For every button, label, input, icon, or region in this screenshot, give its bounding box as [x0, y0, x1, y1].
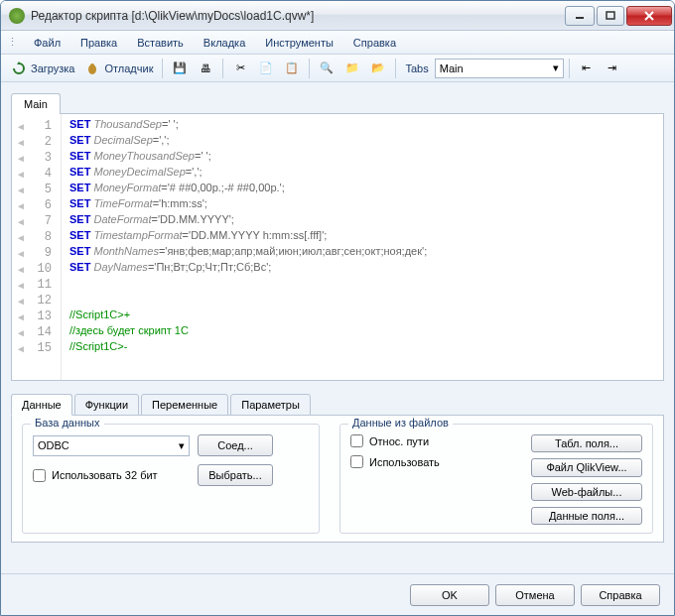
save-button[interactable]: 💾 — [168, 58, 192, 79]
toolbar: Загрузка Отладчик 💾 🖶 ✂ 📄 📋 🔍 📁 📂 Tabs M… — [1, 55, 674, 82]
copy-button[interactable]: 📄 — [254, 58, 278, 79]
data-fields-button[interactable]: Данные поля... — [531, 507, 642, 525]
menu-edit[interactable]: Правка — [72, 33, 125, 53]
print-button[interactable]: 🖶 — [194, 58, 217, 79]
tabs-label: Tabs — [405, 62, 428, 74]
ok-button[interactable]: OK — [410, 584, 489, 606]
svg-rect-1 — [607, 12, 614, 19]
menu-insert[interactable]: Вставить — [129, 33, 192, 53]
code-area[interactable]: SET ThousandSep=' ';SET DecimalSep=',';S… — [62, 114, 663, 380]
tab-functions[interactable]: Функции — [74, 394, 139, 416]
debugger-button[interactable]: Отладчик — [80, 58, 157, 79]
footer: OK Отмена Справка — [1, 573, 674, 615]
cut-icon: ✂ — [232, 61, 248, 76]
tab-parameters[interactable]: Параметры — [230, 394, 311, 416]
cut-button[interactable]: ✂ — [228, 58, 252, 79]
load-button[interactable]: Загрузка — [7, 58, 78, 79]
script-editor-window: Редактор скрипта [d:\QlikView\myDocs\loa… — [0, 0, 675, 616]
tabs-dropdown[interactable]: Main ▾ — [435, 59, 564, 78]
code-editor[interactable]: ◄1◄2◄3◄4◄5◄6◄7◄8◄9◄10◄11◄12◄13◄14◄15 SET… — [11, 113, 664, 381]
chevron-down-icon: ▾ — [179, 439, 185, 452]
menu-tab[interactable]: Вкладка — [196, 33, 253, 53]
editor-tab-main[interactable]: Main — [11, 93, 61, 114]
open-button[interactable]: 📁 — [340, 58, 364, 79]
menu-tools[interactable]: Инструменты — [257, 33, 341, 53]
menu-gripper[interactable]: ⋮ — [7, 36, 18, 49]
connect-button[interactable]: Соед... — [198, 434, 273, 456]
search-button[interactable]: 🔍 — [315, 58, 338, 79]
minimize-button[interactable] — [565, 6, 595, 26]
tab-move-right-button[interactable]: ⇥ — [601, 58, 624, 79]
paste-icon: 📋 — [284, 61, 300, 76]
bug-icon — [84, 61, 100, 76]
menu-help[interactable]: Справка — [345, 33, 404, 53]
use-32bit-checkbox[interactable]: Использовать 32 бит — [33, 469, 190, 482]
search-icon: 🔍 — [319, 61, 335, 76]
print-icon: 🖶 — [198, 61, 213, 76]
app-icon — [9, 8, 25, 24]
web-files-button[interactable]: Web-файлы... — [531, 483, 642, 501]
copy-icon: 📄 — [258, 61, 274, 76]
titlebar[interactable]: Редактор скрипта [d:\QlikView\myDocs\loa… — [1, 1, 674, 31]
paste-button[interactable]: 📋 — [280, 58, 304, 79]
menubar: ⋮ Файл Правка Вставить Вкладка Инструмен… — [1, 31, 674, 55]
use-checkbox[interactable]: Использовать — [350, 455, 519, 468]
qlikview-file-button[interactable]: Файл QlikView... — [531, 458, 642, 476]
tab-right-icon: ⇥ — [605, 61, 620, 76]
table-fields-button[interactable]: Табл. поля... — [531, 434, 642, 452]
menu-file[interactable]: Файл — [26, 33, 68, 53]
select-button[interactable]: Выбрать... — [198, 464, 273, 486]
file-legend: Данные из файлов — [348, 417, 453, 429]
tab-data[interactable]: Данные — [11, 394, 72, 416]
help-button[interactable]: Справка — [581, 584, 660, 606]
cancel-button[interactable]: Отмена — [495, 584, 575, 606]
editor-gutter: ◄1◄2◄3◄4◄5◄6◄7◄8◄9◄10◄11◄12◄13◄14◄15 — [12, 114, 62, 380]
reload-icon — [11, 61, 27, 76]
relative-paths-checkbox[interactable]: Относ. пути — [350, 434, 519, 447]
tab-move-left-button[interactable]: ⇤ — [575, 58, 599, 79]
chevron-down-icon: ▾ — [553, 62, 559, 74]
save-icon: 💾 — [172, 61, 188, 76]
tab-variables[interactable]: Переменные — [141, 394, 228, 416]
maximize-button[interactable] — [597, 6, 624, 26]
tab-left-icon: ⇤ — [579, 61, 595, 76]
window-title: Редактор скрипта [d:\QlikView\myDocs\loa… — [31, 9, 563, 23]
svg-point-5 — [90, 63, 94, 67]
folder-open-icon: 📂 — [370, 61, 386, 76]
db-legend: База данных — [31, 417, 104, 429]
folder2-button[interactable]: 📂 — [366, 58, 390, 79]
folder-icon: 📁 — [344, 61, 360, 76]
close-button[interactable] — [626, 6, 672, 26]
db-driver-dropdown[interactable]: ODBC ▾ — [33, 435, 190, 456]
